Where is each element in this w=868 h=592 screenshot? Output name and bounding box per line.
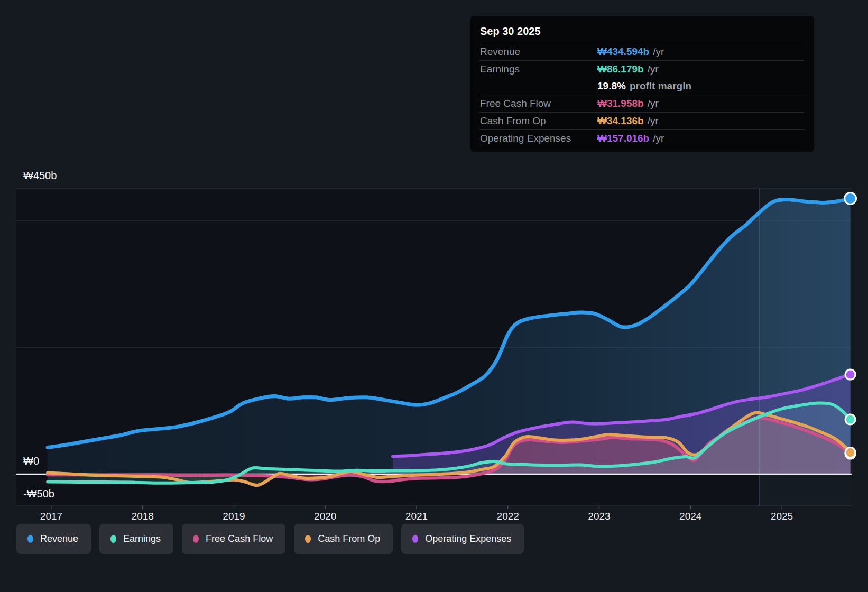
tooltip-value: ₩157.016b xyxy=(597,133,649,144)
tooltip-unit: /yr xyxy=(653,133,664,144)
cash-from-op-color-dot xyxy=(305,535,311,543)
tooltip-value: ₩434.594b xyxy=(597,46,649,58)
profit-margin-text: profit margin xyxy=(630,80,691,92)
tooltip-value: ₩31.958b xyxy=(597,98,644,109)
cash-from-op-endpoint-dot xyxy=(845,448,855,458)
tooltip-unit: /yr xyxy=(648,63,659,75)
legend-item-free-cash-flow[interactable]: Free Cash Flow xyxy=(182,524,285,554)
x-axis-label-2021: 2021 xyxy=(393,511,440,522)
hover-tooltip: Sep 30 2025 Revenue ₩434.594b /yr Earnin… xyxy=(470,16,814,152)
x-axis-label-2022: 2022 xyxy=(484,511,532,522)
y-axis-label-450b: ₩450b xyxy=(23,170,57,182)
tooltip-row-operating-expenses: Operating Expenses ₩157.016b /yr xyxy=(480,130,805,147)
legend-item-earnings[interactable]: Earnings xyxy=(99,524,173,554)
legend: Revenue Earnings Free Cash Flow Cash Fro… xyxy=(16,524,524,554)
stock-financials-chart-page: Sep 30 2025 Revenue ₩434.594b /yr Earnin… xyxy=(0,0,868,592)
tooltip-label: Cash From Op xyxy=(480,115,597,127)
legend-label: Operating Expenses xyxy=(425,533,511,544)
tooltip-label: Operating Expenses xyxy=(480,133,597,144)
x-axis-label-2018: 2018 xyxy=(119,511,167,522)
operating-expenses-endpoint-dot xyxy=(845,369,855,380)
legend-label: Cash From Op xyxy=(318,533,380,544)
legend-item-cash-from-op[interactable]: Cash From Op xyxy=(294,524,393,554)
tooltip-row-free-cash-flow: Free Cash Flow ₩31.958b /yr xyxy=(480,95,805,113)
tooltip-unit: /yr xyxy=(648,98,659,109)
x-axis-label-2020: 2020 xyxy=(301,511,349,522)
profit-margin-value: 19.8% xyxy=(597,80,626,92)
tooltip-date: Sep 30 2025 xyxy=(480,23,805,43)
tooltip-label: Free Cash Flow xyxy=(480,98,597,109)
x-axis-label-2025: 2025 xyxy=(758,511,806,522)
tooltip-row-profit-margin: 19.8% profit margin xyxy=(480,78,805,95)
x-axis-label-2017: 2017 xyxy=(27,511,75,522)
free-cash-flow-color-dot xyxy=(193,535,199,543)
tooltip-label: Earnings xyxy=(480,63,597,75)
y-axis-label-neg50b: -₩50b xyxy=(23,488,54,500)
legend-item-operating-expenses[interactable]: Operating Expenses xyxy=(401,524,524,554)
legend-label: Revenue xyxy=(40,533,78,544)
tooltip-row-earnings: Earnings ₩86.179b /yr xyxy=(480,61,805,78)
revenue-color-dot xyxy=(27,535,33,543)
tooltip-label: Revenue xyxy=(480,46,597,58)
x-axis-label-2024: 2024 xyxy=(667,511,714,522)
legend-label: Free Cash Flow xyxy=(206,533,273,544)
earnings-endpoint-dot xyxy=(845,414,855,424)
tooltip-unit: /yr xyxy=(648,115,659,127)
tooltip-row-cash-from-op: Cash From Op ₩34.136b /yr xyxy=(480,113,805,130)
legend-label: Earnings xyxy=(123,533,161,544)
y-axis-label-0: ₩0 xyxy=(23,455,39,467)
tooltip-row-revenue: Revenue ₩434.594b /yr xyxy=(480,43,805,61)
x-axis-label-2019: 2019 xyxy=(210,511,258,522)
operating-expenses-color-dot xyxy=(412,535,418,543)
tooltip-value: ₩34.136b xyxy=(597,115,644,127)
x-axis-label-2023: 2023 xyxy=(576,511,623,522)
legend-item-revenue[interactable]: Revenue xyxy=(16,524,91,554)
tooltip-unit: /yr xyxy=(653,46,664,58)
revenue-endpoint-dot xyxy=(845,192,856,204)
earnings-color-dot xyxy=(110,535,116,543)
tooltip-value: ₩86.179b xyxy=(597,63,644,75)
